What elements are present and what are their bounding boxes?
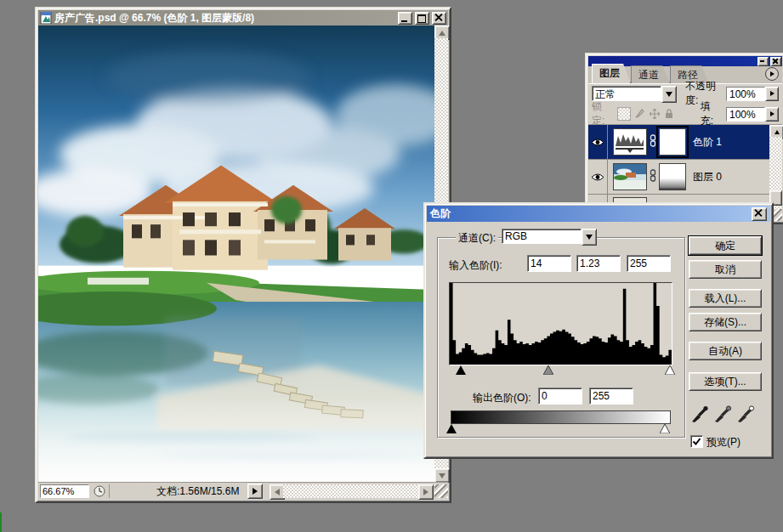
clock-icon[interactable] xyxy=(93,484,106,498)
minimize-icon xyxy=(401,20,407,22)
layers-scrollbar[interactable] xyxy=(769,125,782,209)
lock-label: 锁定: xyxy=(592,99,614,128)
fill-value: 100% xyxy=(726,107,765,122)
close-icon xyxy=(434,14,442,21)
cancel-button[interactable]: 取消 xyxy=(689,260,762,279)
down-arrow-icon xyxy=(586,235,593,240)
opacity-field[interactable]: 100% xyxy=(726,87,779,101)
input-slider-white[interactable] xyxy=(665,365,675,375)
auto-button[interactable]: 自动(A) xyxy=(689,342,762,360)
down-arrow-icon xyxy=(439,473,445,478)
opacity-slider-button[interactable] xyxy=(765,87,779,101)
preview-checkbox[interactable] xyxy=(690,435,703,448)
input-slider-gray[interactable] xyxy=(543,365,553,375)
options-button[interactable]: 选项(T)... xyxy=(689,372,762,391)
scroll-right-button[interactable] xyxy=(418,484,434,500)
layer-row-image[interactable]: 图层 0 xyxy=(588,160,769,195)
input-slider-track[interactable] xyxy=(449,365,671,376)
down-arrow-icon xyxy=(666,92,672,97)
visibility-cell[interactable] xyxy=(588,125,608,159)
tab-channels[interactable]: 通道 xyxy=(631,65,670,83)
close-button[interactable] xyxy=(432,12,446,25)
document-window: 房产广告.psd @ 66.7% (色阶 1, 图层蒙版/8) xyxy=(35,7,451,503)
lock-position-icon[interactable] xyxy=(649,108,660,120)
chain-link-icon[interactable] xyxy=(647,169,659,184)
input-highlight-field[interactable] xyxy=(627,255,671,272)
channel-label: 通道(C): xyxy=(456,231,498,246)
status-menu-button[interactable] xyxy=(247,484,263,499)
image-layer-thumbnail[interactable] xyxy=(613,163,647,190)
panel-menu-button[interactable] xyxy=(765,67,779,81)
tab-layers[interactable]: 图层 xyxy=(592,64,631,83)
document-titlebar[interactable]: 房产广告.psd @ 66.7% (色阶 1, 图层蒙版/8) xyxy=(38,10,448,25)
check-icon xyxy=(692,437,701,446)
levels-adjustment-thumbnail[interactable] xyxy=(613,128,647,156)
left-arrow-icon xyxy=(275,489,280,495)
channel-dropdown[interactable]: RGB xyxy=(502,229,597,244)
right-arrow-icon xyxy=(770,111,774,116)
minimize-icon xyxy=(760,60,764,62)
dialog-title: 色阶 xyxy=(430,207,752,221)
up-arrow-icon xyxy=(439,31,445,36)
desktop: 房产广告.psd @ 66.7% (色阶 1, 图层蒙版/8) xyxy=(0,0,783,532)
input-shadow-field[interactable] xyxy=(527,255,571,272)
resize-grip[interactable] xyxy=(434,484,448,498)
output-shadow-field[interactable] xyxy=(538,388,582,405)
output-highlight-field[interactable] xyxy=(589,388,633,405)
layers-scrollbar-track[interactable] xyxy=(769,137,782,209)
layer-name[interactable]: 图层 0 xyxy=(693,170,722,184)
output-levels-label: 输出色阶(O): xyxy=(473,391,531,405)
black-point-eyedropper-icon[interactable] xyxy=(690,405,709,423)
output-slider-white[interactable] xyxy=(660,424,670,433)
blend-mode-row: 正常 不透明度: 100% xyxy=(588,83,782,104)
document-title: 房产广告.psd @ 66.7% (色阶 1, 图层蒙版/8) xyxy=(54,11,395,25)
white-point-eyedropper-icon[interactable] xyxy=(736,405,755,423)
layer-mask-thumbnail[interactable] xyxy=(659,163,686,190)
psd-file-icon xyxy=(40,12,52,24)
levels-dialog: 色阶 通道(C): RGB 输入色阶(I): 输出色阶(O): 确定 xyxy=(423,202,774,459)
input-slider-black[interactable] xyxy=(456,365,466,375)
ok-button[interactable]: 确定 xyxy=(689,236,762,255)
close-icon xyxy=(754,209,762,217)
dialog-close-button[interactable] xyxy=(752,207,767,221)
dropdown-button[interactable] xyxy=(661,86,677,103)
save-button[interactable]: 存储(S)... xyxy=(689,313,762,331)
document-status-bar: 文档:1.56M/15.6M xyxy=(38,482,448,500)
lock-all-icon[interactable] xyxy=(663,108,674,120)
panel-minimize-button[interactable] xyxy=(757,57,769,66)
chain-link-icon[interactable] xyxy=(647,134,659,150)
panel-close-button[interactable] xyxy=(770,57,781,66)
background-window-sliver xyxy=(0,512,2,532)
horizontal-scrollbar[interactable] xyxy=(270,484,434,498)
layer-name[interactable]: 色阶 1 xyxy=(693,135,722,150)
zoom-input[interactable] xyxy=(40,484,89,498)
input-levels-label: 输入色阶(I): xyxy=(449,258,502,273)
fill-slider-button[interactable] xyxy=(765,107,779,122)
dialog-titlebar[interactable]: 色阶 xyxy=(427,206,770,222)
maximize-icon xyxy=(417,14,426,23)
fill-field[interactable]: 100% xyxy=(726,107,779,122)
preview-label: 预览(P) xyxy=(706,435,740,450)
opacity-value: 100% xyxy=(726,87,765,101)
lock-paint-icon[interactable] xyxy=(634,108,645,120)
canvas-image[interactable] xyxy=(38,25,434,483)
lock-transparency-icon[interactable] xyxy=(617,107,630,121)
input-gamma-field[interactable] xyxy=(576,255,621,272)
horizontal-scrollbar-track[interactable] xyxy=(283,484,420,498)
divider xyxy=(109,484,110,498)
eye-icon xyxy=(591,138,604,147)
visibility-cell[interactable] xyxy=(588,160,608,194)
document-content xyxy=(38,25,448,483)
minimize-button[interactable] xyxy=(398,12,412,25)
output-slider-track[interactable] xyxy=(451,424,669,434)
layer-mask-thumbnail[interactable] xyxy=(659,128,686,156)
layers-panel: 图层 通道 路径 正常 不透明度: 100% 锁定: xyxy=(585,53,783,224)
output-slider-black[interactable] xyxy=(446,424,457,433)
load-button[interactable]: 载入(L)... xyxy=(689,289,762,308)
layer-row-levels[interactable]: 色阶 1 xyxy=(588,125,769,160)
scroll-down-button[interactable] xyxy=(434,468,450,483)
right-arrow-icon xyxy=(770,71,774,76)
dropdown-button[interactable] xyxy=(582,229,597,246)
maximize-button[interactable] xyxy=(415,12,429,25)
gray-point-eyedropper-icon[interactable] xyxy=(713,405,732,423)
